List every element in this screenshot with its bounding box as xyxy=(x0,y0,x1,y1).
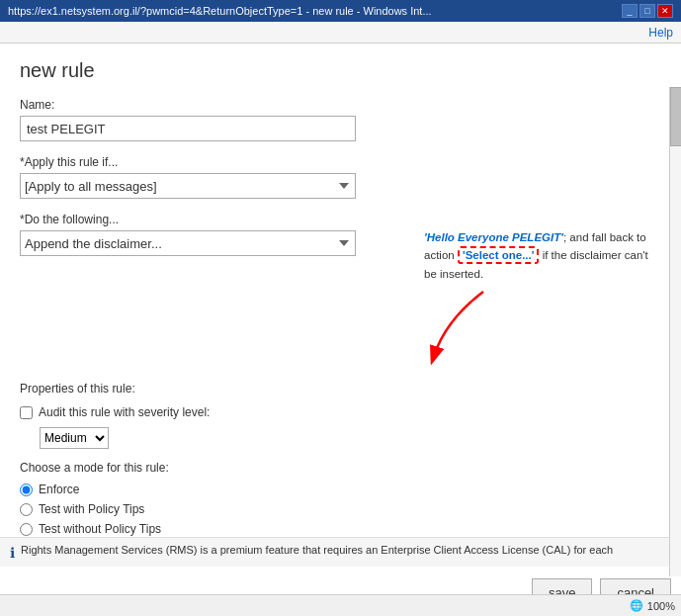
do-label: *Do the following... xyxy=(20,213,408,226)
test-no-tips-row: Test without Policy Tips xyxy=(20,522,661,536)
severity-row: Low Medium High xyxy=(40,427,661,449)
audit-checkbox[interactable] xyxy=(20,406,33,419)
audit-row: Audit this rule with severity level: xyxy=(20,405,661,419)
audit-label: Audit this rule with severity level: xyxy=(39,405,210,419)
maximize-button[interactable]: □ xyxy=(639,4,655,18)
mode-title: Choose a mode for this rule: xyxy=(20,461,661,475)
zoom-level: 100% xyxy=(647,600,675,612)
test-tips-label: Test with Policy Tips xyxy=(39,502,144,516)
apply-label: *Apply this rule if... xyxy=(20,155,661,169)
scrollbar-track[interactable] xyxy=(669,87,681,576)
main-content: new rule Name: *Apply this rule if... [A… xyxy=(0,44,681,616)
severity-select[interactable]: Low Medium High xyxy=(40,427,109,449)
name-group: Name: xyxy=(20,98,661,141)
name-label: Name: xyxy=(20,98,661,112)
apply-group: *Apply this rule if... [Apply to all mes… xyxy=(20,155,661,199)
disclaimer-panel: 'Hello Everyone PELEGIT'; and fall back … xyxy=(424,213,661,366)
title-bar-text: https://ex1.netsystem.org.il/?pwmcid=4&R… xyxy=(8,5,622,17)
test-no-tips-radio[interactable] xyxy=(20,523,33,536)
enforce-label: Enforce xyxy=(39,483,79,496)
globe-icon: 🌐 xyxy=(630,599,643,612)
page-title: new rule xyxy=(20,59,661,82)
menu-bar: Help xyxy=(0,22,681,44)
name-input[interactable] xyxy=(20,116,356,141)
minimize-button[interactable]: _ xyxy=(622,4,638,18)
info-bar-text: Rights Management Services (RMS) is a pr… xyxy=(21,544,613,556)
enforce-row: Enforce xyxy=(20,483,661,496)
test-tips-row: Test with Policy Tips xyxy=(20,502,661,516)
apply-select[interactable]: [Apply to all messages] xyxy=(20,173,356,199)
do-left: *Do the following... Append the disclaim… xyxy=(20,213,408,256)
info-icon: ℹ xyxy=(10,545,15,561)
enforce-radio[interactable] xyxy=(20,484,33,496)
help-link[interactable]: Help xyxy=(648,26,673,40)
test-no-tips-label: Test without Policy Tips xyxy=(39,522,161,536)
do-select[interactable]: Append the disclaimer... xyxy=(20,230,356,256)
select-one-link[interactable]: 'Select one...' xyxy=(458,246,540,264)
properties-title: Properties of this rule: xyxy=(20,382,661,396)
title-bar: https://ex1.netsystem.org.il/?pwmcid=4&R… xyxy=(0,0,681,22)
title-bar-controls[interactable]: _ □ ✕ xyxy=(622,4,673,18)
info-bar: ℹ Rights Management Services (RMS) is a … xyxy=(0,537,681,567)
scrollbar-thumb[interactable] xyxy=(670,87,681,146)
mode-section: Choose a mode for this rule: Enforce Tes… xyxy=(20,461,661,536)
annotation-arrow xyxy=(424,287,543,366)
status-bar: 🌐 100% xyxy=(0,594,681,616)
close-button[interactable]: ✕ xyxy=(657,4,673,18)
disclaimer-text-before: 'Hello Everyone PELEGIT' xyxy=(424,231,563,243)
do-group: *Do the following... Append the disclaim… xyxy=(20,213,661,366)
test-tips-radio[interactable] xyxy=(20,503,33,516)
